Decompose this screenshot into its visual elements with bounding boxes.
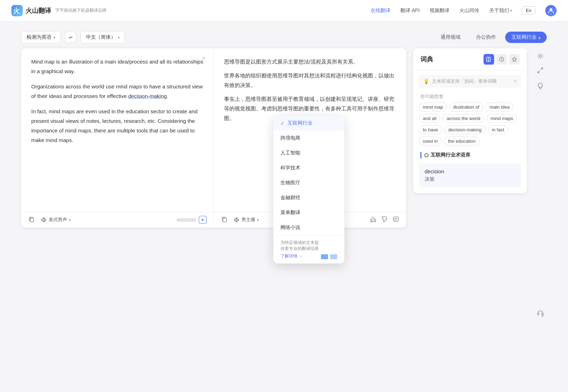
sidebar-bulb-button[interactable]: [534, 80, 547, 92]
dict-suggest-label: 你可能想查: [413, 92, 527, 103]
copy-target-button[interactable]: [221, 216, 228, 224]
dict-tag-mind-map[interactable]: mind map: [419, 103, 447, 111]
nav-item-api[interactable]: 翻译 API: [400, 7, 420, 14]
swap-languages-button[interactable]: ⇌: [65, 32, 76, 43]
dropdown-footer: 为特定领域的文本提供更专业的翻译结果 了解详情 →: [273, 235, 344, 263]
gear-icon: [537, 53, 544, 60]
thumbs-down-icon: [381, 216, 388, 223]
svg-marker-7: [512, 57, 517, 61]
dict-tag-decision-making[interactable]: decision-making: [444, 125, 486, 134]
nav-item-translate[interactable]: 在线翻译: [371, 7, 390, 14]
copy-source-button[interactable]: [28, 216, 35, 224]
chevron-down-icon: ▾: [118, 36, 120, 39]
clock-icon: [499, 56, 504, 62]
lang-selector-row: 检测为英语 ▾ ⇌ 中文（简体） ▾ 通用领域 办公协作 互联网行业 ▴: [21, 31, 547, 43]
svg-rect-5: [393, 217, 398, 221]
section-title-icon: ⬡: [424, 152, 428, 158]
book-icon: [486, 56, 492, 62]
dropdown-item-finance[interactable]: 金融财经: [273, 190, 344, 205]
chevron-down-icon: ▾: [69, 218, 71, 222]
star-icon: [512, 56, 517, 62]
dropdown-item-ecommerce[interactable]: 跨境电商: [273, 131, 344, 146]
dropdown-item-science[interactable]: 科学技术: [273, 160, 344, 175]
speaker-icon: [234, 217, 240, 223]
svg-rect-4: [223, 218, 226, 222]
chevron-down-icon: ▾: [54, 36, 55, 39]
dropdown-learn-more-link[interactable]: 了解详情 →: [280, 254, 303, 258]
target-voice-label: 男主播: [241, 217, 255, 223]
tab-general[interactable]: 通用领域: [434, 32, 467, 43]
dict-tab-star[interactable]: [509, 54, 520, 65]
source-para-1: Mind map is an illustration of a main id…: [31, 57, 204, 76]
thumbs-down-button[interactable]: [381, 216, 388, 224]
panel-footers: 美式男声 ▾ 460/5000 +: [21, 212, 406, 228]
header-nav: 在线翻译 翻译 API 视频翻译 火山同传 关于我们 ▾ En: [371, 5, 557, 16]
feedback-icon: [393, 216, 399, 223]
logo-icon: 火: [11, 5, 23, 16]
chevron-down-icon: ▾: [257, 218, 259, 222]
sidebar-expand-button[interactable]: [534, 64, 547, 77]
target-lang-selector[interactable]: 中文（简体） ▾: [81, 31, 125, 43]
source-lang-selector[interactable]: 检测为英语 ▾: [21, 31, 61, 43]
panels-area: × Mind map is an illustration of a main …: [21, 48, 547, 320]
logo[interactable]: 火 火山翻译 字节跳动旗下机器翻译品牌: [11, 5, 106, 16]
dict-tag-to-have[interactable]: to have: [419, 125, 442, 134]
svg-rect-9: [537, 313, 539, 315]
dict-tag-mind-maps[interactable]: mind maps: [487, 114, 517, 123]
dropdown-icon-2: [330, 254, 337, 259]
dict-tag-the-education[interactable]: the education: [444, 137, 480, 146]
domain-dropdown: ✓ 互联网行业 跨境电商 人工智能 科学技术 生物医疗 金融财经: [273, 116, 344, 263]
lightbulb-icon: 💡: [423, 78, 429, 84]
dict-tab-active[interactable]: [484, 54, 494, 65]
dict-tab-history[interactable]: [496, 54, 507, 65]
dict-tag-in-fact[interactable]: in fact: [488, 125, 508, 134]
feedback-button[interactable]: [393, 216, 399, 224]
logo-subtitle: 字节跳动旗下机器翻译品牌: [55, 7, 106, 13]
source-speaker-button[interactable]: 美式男声 ▾: [38, 216, 73, 224]
dropdown-item-menu[interactable]: 菜单翻译: [273, 205, 344, 220]
nav-item-about[interactable]: 关于我们 ▾: [489, 7, 512, 14]
lang-en-button[interactable]: En: [522, 6, 535, 15]
close-source-button[interactable]: ×: [200, 54, 208, 62]
tab-office[interactable]: 办公协作: [470, 32, 502, 43]
dict-tag-main-idea[interactable]: main idea: [486, 103, 513, 111]
tab-internet[interactable]: 互联网行业 ▴: [505, 32, 547, 43]
dict-entry: decision 决策: [419, 163, 521, 187]
source-text[interactable]: Mind map is an illustration of a main id…: [31, 57, 204, 192]
dict-tag-across-the-world[interactable]: across the world: [443, 114, 484, 123]
target-para-2: 世界各地的组织都使用思维导图对其想法和流程进行结构化视图，以做出有效的决策。: [224, 71, 397, 90]
target-para-1: 思维导图是以图形方式展示主要想法/流程及其所有关系。: [224, 57, 397, 66]
check-icon: ✓: [280, 120, 285, 126]
dict-header: 词典: [413, 48, 527, 71]
thumbs-up-button[interactable]: [370, 216, 376, 224]
avatar[interactable]: [545, 5, 557, 16]
headset-icon: [537, 310, 544, 317]
source-footer: 美式男声 ▾ 460/5000 +: [21, 212, 214, 228]
svg-rect-10: [542, 313, 543, 315]
dict-tag-used-in[interactable]: used in: [419, 137, 442, 146]
dropdown-item-novel[interactable]: 网络小说: [273, 220, 344, 235]
dropdown-item-biomedical[interactable]: 生物医疗: [273, 175, 344, 190]
dropdown-footer-icons: [321, 254, 337, 259]
dropdown-item-internet[interactable]: ✓ 互联网行业: [273, 116, 344, 131]
copy-icon: [28, 216, 35, 223]
nav-item-simultaneous[interactable]: 火山同传: [459, 7, 479, 14]
dict-title: 词典: [420, 55, 433, 64]
expand-button[interactable]: +: [199, 216, 207, 224]
source-voice-label: 美式男声: [49, 217, 67, 223]
sidebar-gear-button[interactable]: [534, 50, 547, 62]
search-bar-close-button[interactable]: ×: [514, 78, 517, 85]
dropdown-icon-1: [321, 254, 328, 259]
dict-tag-and-all[interactable]: and all: [419, 114, 440, 123]
sidebar-headset-button[interactable]: [534, 307, 547, 320]
nav-item-video[interactable]: 视频翻译: [430, 7, 449, 14]
bulb-icon: [537, 82, 544, 89]
target-speaker-button[interactable]: 男主播 ▾: [231, 216, 262, 224]
dict-entry-en: decision: [425, 168, 515, 174]
dict-tag-illustration-of[interactable]: illustration of: [449, 103, 483, 111]
header: 火 火山翻译 字节跳动旗下机器翻译品牌 在线翻译 翻译 API 视频翻译 火山同…: [0, 0, 568, 21]
char-count-area: 460/5000 +: [176, 216, 206, 224]
dict-entry-cn: 决策: [425, 176, 515, 183]
dropdown-item-ai[interactable]: 人工智能: [273, 146, 344, 160]
right-sidebar: [534, 48, 547, 320]
